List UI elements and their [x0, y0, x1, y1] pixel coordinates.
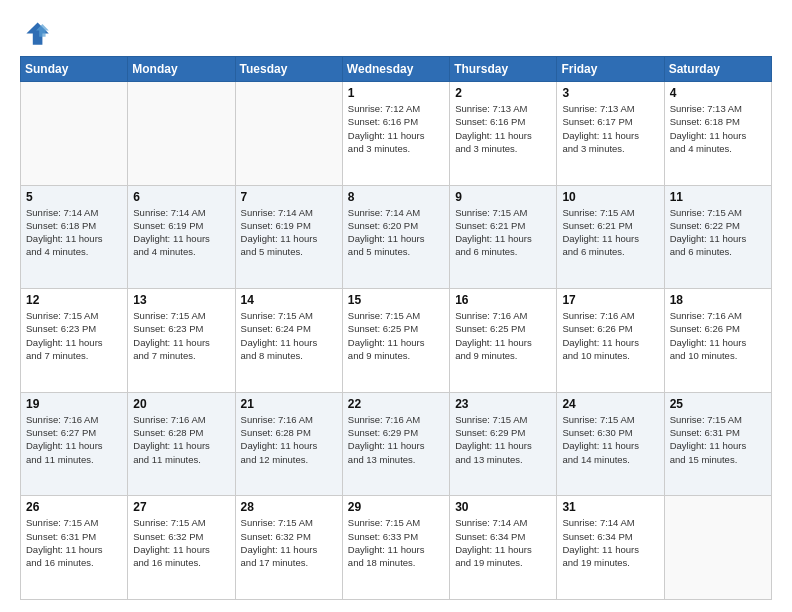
calendar-week-row: 1Sunrise: 7:12 AMSunset: 6:16 PMDaylight… — [21, 82, 772, 186]
day-number: 16 — [455, 293, 551, 307]
calendar-week-row: 19Sunrise: 7:16 AMSunset: 6:27 PMDayligh… — [21, 392, 772, 496]
day-number: 27 — [133, 500, 229, 514]
day-info: Sunrise: 7:15 AMSunset: 6:32 PMDaylight:… — [133, 516, 229, 569]
calendar-day-cell: 10Sunrise: 7:15 AMSunset: 6:21 PMDayligh… — [557, 185, 664, 289]
header — [20, 16, 772, 48]
day-number: 8 — [348, 190, 444, 204]
calendar-day-cell: 1Sunrise: 7:12 AMSunset: 6:16 PMDaylight… — [342, 82, 449, 186]
calendar-day-cell: 11Sunrise: 7:15 AMSunset: 6:22 PMDayligh… — [664, 185, 771, 289]
calendar-day-cell — [664, 496, 771, 600]
day-number: 23 — [455, 397, 551, 411]
day-number: 28 — [241, 500, 337, 514]
day-number: 25 — [670, 397, 766, 411]
day-number: 3 — [562, 86, 658, 100]
day-info: Sunrise: 7:13 AMSunset: 6:17 PMDaylight:… — [562, 102, 658, 155]
calendar-day-cell: 12Sunrise: 7:15 AMSunset: 6:23 PMDayligh… — [21, 289, 128, 393]
calendar-day-cell: 30Sunrise: 7:14 AMSunset: 6:34 PMDayligh… — [450, 496, 557, 600]
day-info: Sunrise: 7:15 AMSunset: 6:30 PMDaylight:… — [562, 413, 658, 466]
day-number: 22 — [348, 397, 444, 411]
day-number: 2 — [455, 86, 551, 100]
day-number: 9 — [455, 190, 551, 204]
calendar-day-cell — [21, 82, 128, 186]
day-number: 31 — [562, 500, 658, 514]
day-info: Sunrise: 7:14 AMSunset: 6:34 PMDaylight:… — [455, 516, 551, 569]
page: SundayMondayTuesdayWednesdayThursdayFrid… — [0, 0, 792, 612]
day-info: Sunrise: 7:15 AMSunset: 6:32 PMDaylight:… — [241, 516, 337, 569]
day-info: Sunrise: 7:14 AMSunset: 6:20 PMDaylight:… — [348, 206, 444, 259]
day-info: Sunrise: 7:16 AMSunset: 6:26 PMDaylight:… — [670, 309, 766, 362]
calendar-day-cell: 14Sunrise: 7:15 AMSunset: 6:24 PMDayligh… — [235, 289, 342, 393]
day-info: Sunrise: 7:13 AMSunset: 6:16 PMDaylight:… — [455, 102, 551, 155]
day-info: Sunrise: 7:15 AMSunset: 6:22 PMDaylight:… — [670, 206, 766, 259]
calendar-day-cell: 31Sunrise: 7:14 AMSunset: 6:34 PMDayligh… — [557, 496, 664, 600]
day-number: 21 — [241, 397, 337, 411]
calendar-day-cell: 5Sunrise: 7:14 AMSunset: 6:18 PMDaylight… — [21, 185, 128, 289]
calendar-header-row: SundayMondayTuesdayWednesdayThursdayFrid… — [21, 57, 772, 82]
day-number: 30 — [455, 500, 551, 514]
calendar-day-cell: 15Sunrise: 7:15 AMSunset: 6:25 PMDayligh… — [342, 289, 449, 393]
day-info: Sunrise: 7:15 AMSunset: 6:23 PMDaylight:… — [26, 309, 122, 362]
calendar-day-cell — [235, 82, 342, 186]
calendar-day-cell: 22Sunrise: 7:16 AMSunset: 6:29 PMDayligh… — [342, 392, 449, 496]
calendar-day-cell: 6Sunrise: 7:14 AMSunset: 6:19 PMDaylight… — [128, 185, 235, 289]
calendar-day-cell: 29Sunrise: 7:15 AMSunset: 6:33 PMDayligh… — [342, 496, 449, 600]
day-info: Sunrise: 7:14 AMSunset: 6:34 PMDaylight:… — [562, 516, 658, 569]
calendar-day-header: Wednesday — [342, 57, 449, 82]
day-info: Sunrise: 7:16 AMSunset: 6:26 PMDaylight:… — [562, 309, 658, 362]
day-info: Sunrise: 7:15 AMSunset: 6:23 PMDaylight:… — [133, 309, 229, 362]
calendar-week-row: 5Sunrise: 7:14 AMSunset: 6:18 PMDaylight… — [21, 185, 772, 289]
calendar-day-header: Thursday — [450, 57, 557, 82]
logo-icon — [20, 16, 52, 48]
calendar-day-header: Tuesday — [235, 57, 342, 82]
day-number: 20 — [133, 397, 229, 411]
day-info: Sunrise: 7:15 AMSunset: 6:33 PMDaylight:… — [348, 516, 444, 569]
day-info: Sunrise: 7:15 AMSunset: 6:31 PMDaylight:… — [26, 516, 122, 569]
logo — [20, 16, 56, 48]
calendar-day-cell: 18Sunrise: 7:16 AMSunset: 6:26 PMDayligh… — [664, 289, 771, 393]
day-number: 1 — [348, 86, 444, 100]
day-number: 13 — [133, 293, 229, 307]
calendar-day-cell: 28Sunrise: 7:15 AMSunset: 6:32 PMDayligh… — [235, 496, 342, 600]
day-info: Sunrise: 7:15 AMSunset: 6:21 PMDaylight:… — [562, 206, 658, 259]
day-info: Sunrise: 7:16 AMSunset: 6:28 PMDaylight:… — [133, 413, 229, 466]
calendar-day-cell: 20Sunrise: 7:16 AMSunset: 6:28 PMDayligh… — [128, 392, 235, 496]
day-number: 5 — [26, 190, 122, 204]
day-info: Sunrise: 7:14 AMSunset: 6:18 PMDaylight:… — [26, 206, 122, 259]
day-number: 15 — [348, 293, 444, 307]
calendar-day-cell: 3Sunrise: 7:13 AMSunset: 6:17 PMDaylight… — [557, 82, 664, 186]
day-info: Sunrise: 7:15 AMSunset: 6:24 PMDaylight:… — [241, 309, 337, 362]
day-number: 18 — [670, 293, 766, 307]
calendar-day-cell: 17Sunrise: 7:16 AMSunset: 6:26 PMDayligh… — [557, 289, 664, 393]
day-info: Sunrise: 7:12 AMSunset: 6:16 PMDaylight:… — [348, 102, 444, 155]
day-number: 29 — [348, 500, 444, 514]
calendar-week-row: 12Sunrise: 7:15 AMSunset: 6:23 PMDayligh… — [21, 289, 772, 393]
calendar-day-cell: 24Sunrise: 7:15 AMSunset: 6:30 PMDayligh… — [557, 392, 664, 496]
calendar-day-cell: 4Sunrise: 7:13 AMSunset: 6:18 PMDaylight… — [664, 82, 771, 186]
calendar-day-cell — [128, 82, 235, 186]
day-info: Sunrise: 7:16 AMSunset: 6:27 PMDaylight:… — [26, 413, 122, 466]
day-number: 14 — [241, 293, 337, 307]
day-info: Sunrise: 7:15 AMSunset: 6:25 PMDaylight:… — [348, 309, 444, 362]
calendar-day-header: Friday — [557, 57, 664, 82]
calendar-day-cell: 8Sunrise: 7:14 AMSunset: 6:20 PMDaylight… — [342, 185, 449, 289]
day-number: 4 — [670, 86, 766, 100]
calendar-table: SundayMondayTuesdayWednesdayThursdayFrid… — [20, 56, 772, 600]
day-number: 7 — [241, 190, 337, 204]
day-info: Sunrise: 7:14 AMSunset: 6:19 PMDaylight:… — [241, 206, 337, 259]
day-info: Sunrise: 7:14 AMSunset: 6:19 PMDaylight:… — [133, 206, 229, 259]
calendar-day-cell: 21Sunrise: 7:16 AMSunset: 6:28 PMDayligh… — [235, 392, 342, 496]
day-info: Sunrise: 7:15 AMSunset: 6:31 PMDaylight:… — [670, 413, 766, 466]
day-number: 6 — [133, 190, 229, 204]
calendar-day-cell: 25Sunrise: 7:15 AMSunset: 6:31 PMDayligh… — [664, 392, 771, 496]
day-info: Sunrise: 7:13 AMSunset: 6:18 PMDaylight:… — [670, 102, 766, 155]
day-info: Sunrise: 7:15 AMSunset: 6:21 PMDaylight:… — [455, 206, 551, 259]
day-number: 26 — [26, 500, 122, 514]
day-number: 24 — [562, 397, 658, 411]
calendar-day-cell: 16Sunrise: 7:16 AMSunset: 6:25 PMDayligh… — [450, 289, 557, 393]
calendar-day-cell: 2Sunrise: 7:13 AMSunset: 6:16 PMDaylight… — [450, 82, 557, 186]
calendar-week-row: 26Sunrise: 7:15 AMSunset: 6:31 PMDayligh… — [21, 496, 772, 600]
calendar-day-header: Sunday — [21, 57, 128, 82]
calendar-day-cell: 23Sunrise: 7:15 AMSunset: 6:29 PMDayligh… — [450, 392, 557, 496]
day-number: 10 — [562, 190, 658, 204]
day-info: Sunrise: 7:16 AMSunset: 6:28 PMDaylight:… — [241, 413, 337, 466]
